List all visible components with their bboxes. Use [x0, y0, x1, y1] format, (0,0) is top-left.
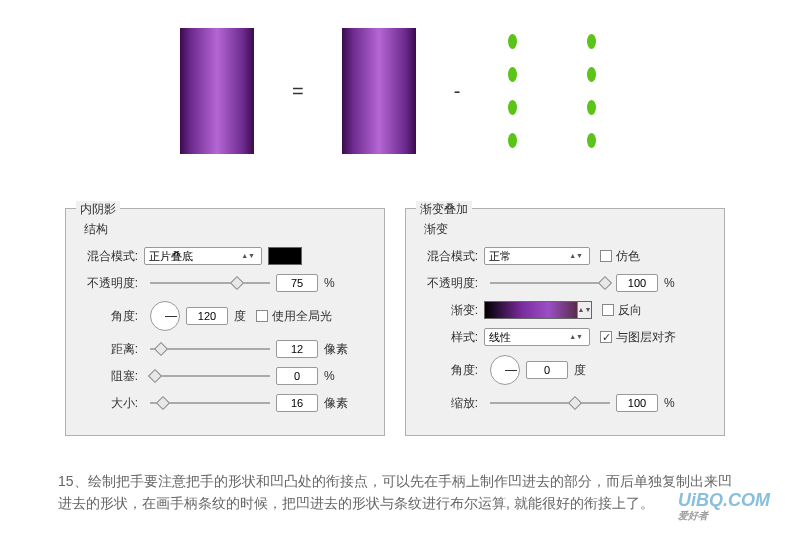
color-swatch[interactable]	[268, 247, 302, 265]
gradient-picker[interactable]: ▲▼	[484, 301, 592, 319]
watermark: UiBQ.COM 爱好者	[678, 490, 770, 523]
select-arrows-icon: ▲▼	[567, 334, 585, 340]
green-dots-group	[498, 34, 596, 148]
dither-label: 仿色	[616, 248, 640, 265]
green-dot	[587, 67, 596, 82]
reverse-label: 反向	[618, 302, 642, 319]
blend-mode-value: 正常	[489, 249, 511, 264]
panel-title-gradient: 渐变叠加	[416, 201, 472, 218]
illustration-row: = -	[180, 28, 596, 154]
opacity-unit: %	[324, 276, 335, 290]
select-arrows-icon: ▲▼	[567, 253, 585, 259]
green-dot	[587, 133, 596, 148]
align-label: 与图层对齐	[616, 329, 676, 346]
angle-dial[interactable]	[150, 301, 180, 331]
opacity-label: 不透明度:	[418, 275, 478, 292]
scale-input[interactable]: 100	[616, 394, 658, 412]
angle-dial[interactable]	[490, 355, 520, 385]
inner-shadow-panel: 内阴影 结构 混合模式: 正片叠底 ▲▼ 不透明度: 75 % 角度: 120 …	[65, 208, 385, 436]
angle-label: 角度:	[78, 308, 138, 325]
choke-row: 阻塞: 0 %	[78, 367, 372, 385]
opacity-label: 不透明度:	[78, 275, 138, 292]
distance-row: 距离: 12 像素	[78, 340, 372, 358]
angle-unit: 度	[574, 362, 586, 379]
choke-input[interactable]: 0	[276, 367, 318, 385]
dither-checkbox[interactable]	[600, 250, 612, 262]
select-arrows-icon: ▲▼	[239, 253, 257, 259]
size-slider[interactable]	[150, 396, 270, 410]
blend-mode-select[interactable]: 正片叠底 ▲▼	[144, 247, 262, 265]
scale-label: 缩放:	[418, 395, 478, 412]
watermark-text: UiBQ.COM	[678, 490, 770, 510]
opacity-slider[interactable]	[150, 276, 270, 290]
angle-input[interactable]: 0	[526, 361, 568, 379]
angle-row: 角度: 120 度 使用全局光	[78, 301, 372, 331]
green-dot	[508, 133, 517, 148]
choke-label: 阻塞:	[78, 368, 138, 385]
panel-title-inner-shadow: 内阴影	[76, 201, 120, 218]
gradient-label: 渐变:	[418, 302, 478, 319]
opacity-row: 不透明度: 75 %	[78, 274, 372, 292]
blend-mode-value: 正片叠底	[149, 249, 193, 264]
global-light-label: 使用全局光	[272, 308, 332, 325]
scale-slider[interactable]	[490, 396, 610, 410]
green-dot	[508, 67, 517, 82]
distance-unit: 像素	[324, 341, 348, 358]
blend-mode-label: 混合模式:	[418, 248, 478, 265]
align-checkbox[interactable]	[600, 331, 612, 343]
gradient-section-label: 渐变	[424, 221, 712, 238]
reverse-checkbox[interactable]	[602, 304, 614, 316]
purple-shape-notched	[180, 28, 254, 154]
scale-row: 缩放: 100 %	[418, 394, 712, 412]
opacity-input[interactable]: 75	[276, 274, 318, 292]
green-dot	[587, 34, 596, 49]
panels-container: 内阴影 结构 混合模式: 正片叠底 ▲▼ 不透明度: 75 % 角度: 120 …	[65, 208, 725, 436]
size-unit: 像素	[324, 395, 348, 412]
opacity-slider[interactable]	[490, 276, 610, 290]
angle-input[interactable]: 120	[186, 307, 228, 325]
blend-mode-row: 混合模式: 正片叠底 ▲▼	[78, 247, 372, 265]
blend-mode-label: 混合模式:	[78, 248, 138, 265]
minus-sign: -	[446, 80, 469, 103]
choke-unit: %	[324, 369, 335, 383]
blend-mode-row: 混合模式: 正常 ▲▼ 仿色	[418, 247, 712, 265]
style-select[interactable]: 线性 ▲▼	[484, 328, 590, 346]
opacity-row: 不透明度: 100 %	[418, 274, 712, 292]
angle-unit: 度	[234, 308, 246, 325]
green-dot	[508, 100, 517, 115]
green-dot	[508, 34, 517, 49]
scale-unit: %	[664, 396, 675, 410]
blend-mode-select[interactable]: 正常 ▲▼	[484, 247, 590, 265]
global-light-checkbox[interactable]	[256, 310, 268, 322]
distance-input[interactable]: 12	[276, 340, 318, 358]
gradient-row: 渐变: ▲▼ 反向	[418, 301, 712, 319]
purple-shape-plain	[342, 28, 416, 154]
size-input[interactable]: 16	[276, 394, 318, 412]
angle-label: 角度:	[418, 362, 478, 379]
style-label: 样式:	[418, 329, 478, 346]
style-row: 样式: 线性 ▲▼ 与图层对齐	[418, 328, 712, 346]
distance-slider[interactable]	[150, 342, 270, 356]
step-caption: 15、绘制把手要注意把手的形状和凹凸处的衔接点，可以先在手柄上制作凹进去的部分，…	[58, 470, 742, 515]
style-value: 线性	[489, 330, 511, 345]
opacity-input[interactable]: 100	[616, 274, 658, 292]
select-arrows-icon: ▲▼	[576, 307, 594, 313]
size-row: 大小: 16 像素	[78, 394, 372, 412]
opacity-unit: %	[664, 276, 675, 290]
distance-label: 距离:	[78, 341, 138, 358]
gradient-overlay-panel: 渐变叠加 渐变 混合模式: 正常 ▲▼ 仿色 不透明度: 100 % 渐变: ▲…	[405, 208, 725, 436]
angle-row: 角度: 0 度	[418, 355, 712, 385]
equals-sign: =	[284, 80, 312, 103]
structure-label: 结构	[84, 221, 372, 238]
size-label: 大小:	[78, 395, 138, 412]
watermark-sub: 爱好者	[678, 509, 770, 523]
green-dot	[587, 100, 596, 115]
choke-slider[interactable]	[150, 369, 270, 383]
